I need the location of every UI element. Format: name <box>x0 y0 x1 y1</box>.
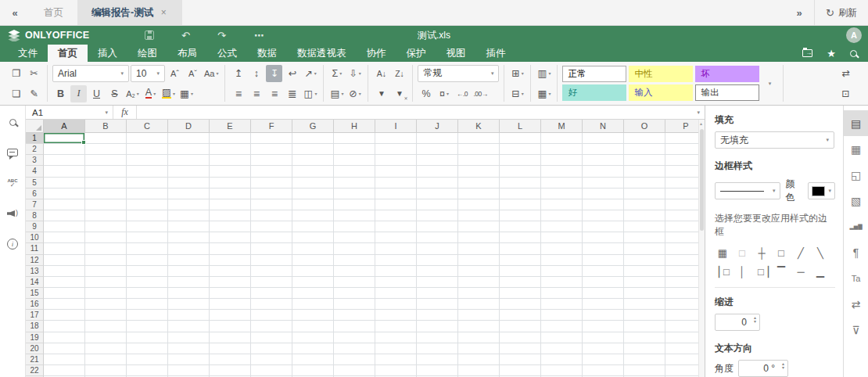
cell-D6[interactable] <box>168 188 210 199</box>
row-header-19[interactable]: 19 <box>26 332 44 343</box>
column-header-C[interactable]: C <box>127 120 168 133</box>
cell-F8[interactable] <box>251 210 292 221</box>
cell-J1[interactable] <box>417 133 458 144</box>
cell-J10[interactable] <box>417 232 458 243</box>
cell-E2[interactable] <box>210 144 251 155</box>
ribbon-tab[interactable]: 数据 <box>247 45 287 62</box>
cell-C21[interactable] <box>127 354 168 365</box>
cell-G6[interactable] <box>292 188 334 199</box>
named-ranges-button[interactable] <box>328 85 345 102</box>
cell-B5[interactable] <box>85 178 127 188</box>
cell-D1[interactable] <box>168 133 210 144</box>
cell-D5[interactable] <box>168 178 210 188</box>
cell-C18[interactable] <box>127 321 168 332</box>
cell-E3[interactable] <box>210 155 251 166</box>
align-bottom-button[interactable] <box>266 65 282 82</box>
cell-N18[interactable] <box>583 321 624 332</box>
cell-P13[interactable] <box>665 266 698 277</box>
cell-H6[interactable] <box>334 188 375 199</box>
align-center-button[interactable] <box>248 85 264 102</box>
cell-H10[interactable] <box>334 232 375 243</box>
inner-horizontal-border-button[interactable] <box>793 264 809 279</box>
cell-E20[interactable] <box>210 343 251 354</box>
cell-L16[interactable] <box>500 299 541 310</box>
cell-L15[interactable] <box>500 288 541 299</box>
ribbon-tab[interactable]: 公式 <box>207 45 247 62</box>
align-top-button[interactable] <box>230 65 246 82</box>
row-header-21[interactable]: 21 <box>26 354 44 365</box>
user-avatar[interactable]: A <box>846 27 862 43</box>
cell-F17[interactable] <box>251 310 292 321</box>
cell-G20[interactable] <box>292 343 334 354</box>
select-all-corner[interactable] <box>26 120 44 133</box>
scrollbar-thumb[interactable] <box>700 129 704 231</box>
italic-button[interactable]: I <box>70 85 87 102</box>
cell-G18[interactable] <box>292 321 334 332</box>
cell-N1[interactable] <box>583 133 624 144</box>
cell-B17[interactable] <box>85 310 127 321</box>
cell-D7[interactable] <box>168 199 210 210</box>
cell-O4[interactable] <box>624 166 665 177</box>
ribbon-tab[interactable]: 布局 <box>167 45 207 62</box>
cell-A14[interactable] <box>44 277 85 288</box>
cell-J2[interactable] <box>417 144 458 155</box>
border-color-select[interactable] <box>808 182 835 199</box>
cell-E17[interactable] <box>210 310 251 321</box>
cell-P2[interactable] <box>665 144 698 155</box>
cell-A22[interactable] <box>44 365 85 376</box>
cell-E21[interactable] <box>210 354 251 365</box>
cell-P21[interactable] <box>665 354 698 365</box>
merge-cells-button[interactable] <box>302 85 318 102</box>
cell-N2[interactable] <box>583 144 624 155</box>
cell-settings-tab[interactable] <box>844 110 868 136</box>
cell-D21[interactable] <box>168 354 210 365</box>
cell-O9[interactable] <box>624 221 665 232</box>
ribbon-tab[interactable]: 保护 <box>396 45 436 62</box>
cell-M10[interactable] <box>541 232 583 243</box>
cell-N19[interactable] <box>583 332 624 343</box>
cell-A21[interactable] <box>44 354 85 365</box>
cell-M1[interactable] <box>541 133 583 144</box>
column-header-F[interactable]: F <box>251 120 292 133</box>
cell-F2[interactable] <box>251 144 292 155</box>
filter-button[interactable] <box>373 85 389 102</box>
cell-G12[interactable] <box>292 255 334 266</box>
name-box[interactable]: A1 <box>26 106 113 119</box>
cell-K21[interactable] <box>458 354 500 365</box>
cell-N12[interactable] <box>583 255 624 266</box>
fill-select[interactable]: 无填充 <box>715 131 834 149</box>
cell-I13[interactable] <box>375 266 417 277</box>
cell-B3[interactable] <box>85 155 127 166</box>
cell-M22[interactable] <box>541 365 583 376</box>
cell-G7[interactable] <box>292 199 334 210</box>
cell-O10[interactable] <box>624 232 665 243</box>
cell-H16[interactable] <box>334 299 375 310</box>
cell-F13[interactable] <box>251 266 292 277</box>
cell-N5[interactable] <box>583 178 624 188</box>
ribbon-tab[interactable]: 协作 <box>357 45 396 62</box>
cell-I2[interactable] <box>375 144 417 155</box>
cell-G8[interactable] <box>292 210 334 221</box>
ribbon-tab[interactable]: 插入 <box>88 45 127 62</box>
cell-A5[interactable] <box>44 178 85 188</box>
cell-M17[interactable] <box>541 310 583 321</box>
cell-P9[interactable] <box>665 221 698 232</box>
cell-F20[interactable] <box>251 343 292 354</box>
cell-D10[interactable] <box>168 232 210 243</box>
cell-O18[interactable] <box>624 321 665 332</box>
no-borders-button[interactable] <box>734 245 750 260</box>
cell-A8[interactable] <box>44 210 85 221</box>
cell-D12[interactable] <box>168 255 210 266</box>
cell-G15[interactable] <box>292 288 334 299</box>
justify-button[interactable] <box>284 85 300 102</box>
cell-B20[interactable] <box>85 343 127 354</box>
clear-button[interactable] <box>346 85 363 102</box>
chart-settings-tab[interactable] <box>844 214 868 239</box>
border-line-style-select[interactable] <box>715 182 780 199</box>
cell-H5[interactable] <box>334 178 375 188</box>
spellcheck-button[interactable] <box>5 176 20 190</box>
cell-I1[interactable] <box>375 133 417 144</box>
cell-G21[interactable] <box>292 354 334 365</box>
cell-I8[interactable] <box>375 210 417 221</box>
cell-K9[interactable] <box>458 221 500 232</box>
